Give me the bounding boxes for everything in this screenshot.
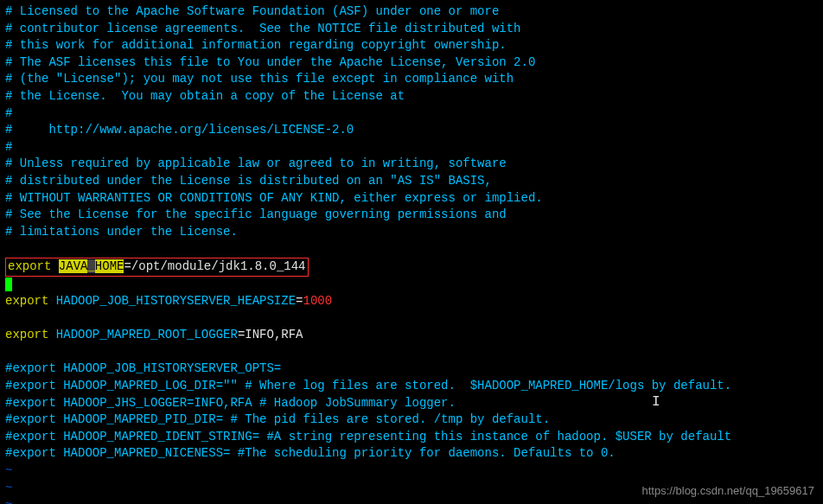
var-name: HADOOP_JOB_HISTORYSERVER_HEAPSIZE	[56, 294, 296, 308]
comment-line: #	[5, 139, 818, 156]
export-heapsize-line: export HADOOP_JOB_HISTORYSERVER_HEAPSIZE…	[5, 293, 818, 310]
comment-line: #export HADOOP_MAPRED_NICENESS= #The sch…	[5, 445, 818, 463]
export-java-home-line: export JAVA_HOME=/opt/module/jdk1.8.0_14…	[5, 258, 818, 277]
equals: =	[124, 259, 131, 273]
blank-line	[5, 344, 818, 361]
export-keyword: export	[8, 259, 51, 273]
comment-line: #export HADOOP_MAPRED_IDENT_STRING= #A s…	[5, 429, 818, 446]
comment-line: # Licensed to the Apache Software Founda…	[5, 3, 818, 21]
cursor-line	[5, 277, 818, 294]
logger-value: INFO,RFA	[245, 328, 303, 341]
export-keyword: export	[5, 328, 48, 341]
terminal-editor[interactable]: # Licensed to the Apache Software Founda…	[5, 3, 818, 504]
comment-line: #export HADOOP_MAPRED_LOG_DIR="" # Where…	[5, 378, 818, 395]
export-keyword: export	[5, 294, 48, 308]
home-highlight: HOME	[95, 259, 124, 273]
text-cursor	[5, 278, 12, 291]
heapsize-value: 1000	[303, 294, 332, 308]
comment-line: # (the "License"); you may not use this …	[5, 71, 818, 88]
comment-line: # http://www.apache.org/licenses/LICENSE…	[5, 122, 818, 139]
comment-line: # contributor license agreements. See th…	[5, 21, 818, 38]
comment-line: #export HADOOP_JOB_HISTORYSERVER_OPTS=	[5, 360, 818, 378]
comment-line: #export HADOOP_MAPRED_PID_DIR= # The pid…	[5, 411, 818, 429]
comment-line: # distributed under the License is distr…	[5, 173, 818, 190]
comment-line: # See the License for the specific langu…	[5, 207, 818, 224]
comment-line: # The ASF licenses this file to You unde…	[5, 54, 818, 72]
sep-highlight: _	[87, 259, 94, 273]
blank-line	[5, 310, 818, 328]
highlight-rectangle: export JAVA_HOME=/opt/module/jdk1.8.0_14…	[5, 258, 309, 277]
comment-line: #	[5, 105, 818, 123]
java-highlight: JAVA	[59, 259, 88, 273]
watermark-text: https://blog.csdn.net/qq_19659617	[642, 483, 815, 499]
var-name: HADOOP_MAPRED_ROOT_LOGGER	[56, 328, 238, 341]
comment-line: #export HADOOP_JHS_LOGGER=INFO,RFA # Had…	[5, 395, 818, 412]
blank-line	[5, 240, 818, 258]
java-home-value: /opt/module/jdk1.8.0_144	[131, 259, 306, 273]
comment-line: # the License. You may obtain a copy of …	[5, 88, 818, 105]
vim-tilde: ~	[5, 463, 818, 480]
comment-line: # this work for additional information r…	[5, 37, 818, 54]
comment-line: # Unless required by applicable law or a…	[5, 156, 818, 173]
export-logger-line: export HADOOP_MAPRED_ROOT_LOGGER=INFO,RF…	[5, 327, 818, 344]
comment-line: # WITHOUT WARRANTIES OR CONDITIONS OF AN…	[5, 190, 818, 207]
comment-line: # limitations under the License.	[5, 224, 818, 241]
